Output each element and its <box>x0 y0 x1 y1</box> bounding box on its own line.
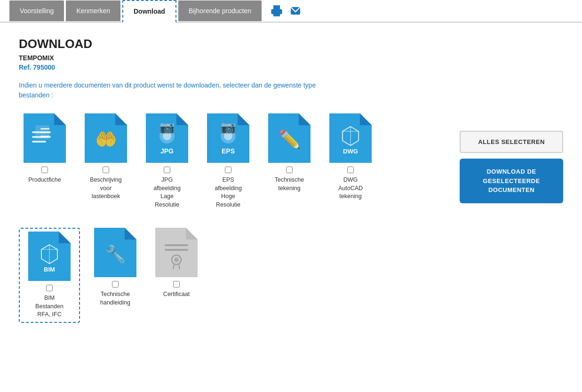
svg-text:DWG: DWG <box>343 148 358 155</box>
eps-label: EPSafbeeldingHogeResolutie <box>215 176 242 209</box>
svg-rect-25 <box>165 244 188 246</box>
file-grid-row2: BIM BIMBestandenRFA, IFC 🔧 Technischehan… <box>19 228 441 323</box>
dwg-label: DWGAutoCADtekening <box>338 176 363 201</box>
svg-text:✏️: ✏️ <box>279 128 301 150</box>
svg-text:EPS: EPS <box>222 147 235 155</box>
page-title: DOWNLOAD <box>19 37 441 51</box>
technische-icon: ✏️ <box>268 113 311 163</box>
svg-rect-3 <box>32 141 46 143</box>
dwg-checkbox[interactable] <box>347 167 354 173</box>
technische-label: Technischetekening <box>275 176 304 192</box>
certificaat-icon <box>155 228 198 277</box>
tab-kenmerken[interactable]: Kenmerken <box>66 0 120 21</box>
jpg-label: JPGafbeeldingLageResolutie <box>153 176 181 209</box>
sidebar: ALLES SELECTEREN DOWNLOAD DEGESELECTEERD… <box>460 37 563 323</box>
eps-icon: 📷 EPS <box>207 113 249 163</box>
svg-rect-26 <box>165 249 188 251</box>
bim-checkbox[interactable] <box>46 285 53 291</box>
ref-number: Ref. 795000 <box>19 64 441 71</box>
productfiche-label: Productfiche <box>28 176 61 184</box>
content-area: DOWNLOAD TEMPOMIX Ref. 795000 Indien u m… <box>19 37 441 323</box>
file-item-eps[interactable]: 📷 EPS EPSafbeeldingHogeResolutie <box>202 113 254 209</box>
productfiche-checkbox[interactable] <box>41 167 48 173</box>
print-icon[interactable] <box>269 4 284 17</box>
productfiche-icon: ☰ <box>24 113 66 163</box>
select-all-button[interactable]: ALLES SELECTEREN <box>460 131 563 153</box>
svg-text:📷: 📷 <box>159 120 175 135</box>
svg-text:BIM: BIM <box>44 266 55 273</box>
jpg-checkbox[interactable] <box>164 167 170 173</box>
beschrijving-checkbox[interactable] <box>103 167 109 173</box>
instructions: Indien u meerdere documenten van dit pro… <box>19 80 339 100</box>
email-icon[interactable] <box>288 4 303 17</box>
file-item-beschrijving[interactable]: 🤲 Beschrijvingvoorlastenboek <box>80 113 132 209</box>
file-item-handleiding[interactable]: 🔧 Technischehandleiding <box>89 228 141 323</box>
jpg-icon: 📷 JPG <box>146 113 188 163</box>
tab-action-icons <box>269 4 303 17</box>
handleiding-icon: 🔧 <box>94 228 136 277</box>
file-item-dwg[interactable]: DWG DWGAutoCADtekening <box>325 113 376 209</box>
file-grid-row1: ☰ Productfiche 🤲 Beschrijvingvoorlastenb… <box>19 113 441 209</box>
file-item-certificaat[interactable]: Certificaat <box>151 228 202 323</box>
beschrijving-label: Beschrijvingvoorlastenboek <box>90 176 121 201</box>
eps-checkbox[interactable] <box>225 167 231 173</box>
file-item-bim[interactable]: BIM BIMBestandenRFA, IFC <box>19 228 80 323</box>
svg-text:🔧: 🔧 <box>105 244 126 264</box>
tabs-bar: Voorstelling Kenmerken Download Bijhoren… <box>0 0 582 23</box>
tab-voorstelling[interactable]: Voorstelling <box>9 0 64 21</box>
main-content: DOWNLOAD TEMPOMIX Ref. 795000 Indien u m… <box>0 23 582 337</box>
tab-bijhorende[interactable]: Bijhorende producten <box>178 0 262 21</box>
certificaat-checkbox[interactable] <box>173 281 180 288</box>
handleiding-label: Technischehandleiding <box>100 290 130 307</box>
product-name: TEMPOMIX <box>19 54 441 62</box>
beschrijving-icon: 🤲 <box>85 113 127 163</box>
file-item-productfiche[interactable]: ☰ Productfiche <box>19 113 71 209</box>
download-button[interactable]: DOWNLOAD DEGESELECTEERDEDOCUMENTEN <box>460 159 563 203</box>
file-item-jpg[interactable]: 📷 JPG JPGafbeeldingLageResolutie <box>141 113 193 209</box>
svg-text:☰: ☰ <box>40 126 50 140</box>
bim-icon: BIM <box>28 232 71 281</box>
dwg-icon: DWG <box>329 113 372 163</box>
svg-text:📷: 📷 <box>221 120 236 135</box>
svg-text:🤲: 🤲 <box>95 128 118 150</box>
bim-label: BIMBestandenRFA, IFC <box>35 294 64 319</box>
file-item-technische[interactable]: ✏️ Technischetekening <box>263 113 315 209</box>
certificaat-label: Certificaat <box>163 290 190 299</box>
svg-point-28 <box>174 257 179 262</box>
handleiding-checkbox[interactable] <box>112 281 119 288</box>
tab-download[interactable]: Download <box>122 0 176 23</box>
technische-checkbox[interactable] <box>286 167 293 173</box>
svg-text:JPG: JPG <box>160 147 174 155</box>
